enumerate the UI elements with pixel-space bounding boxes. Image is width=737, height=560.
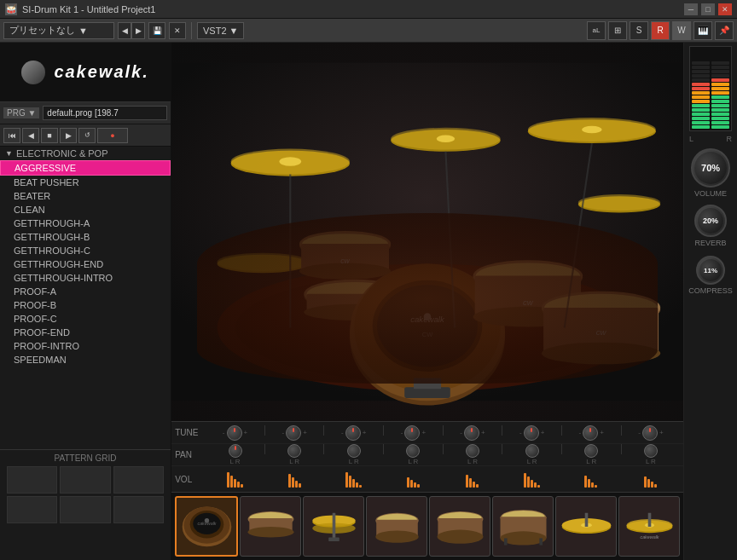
tune-knob-4[interactable] <box>404 425 420 441</box>
drum-thumb-kick[interactable]: cakewalk <box>175 496 238 557</box>
pattern-cell-5[interactable] <box>60 496 110 523</box>
close-button[interactable]: ✕ <box>718 3 732 15</box>
main-toolbar: プリセットなし ▼ ◀ ▶ 💾 ✕ VST2 ▼ aL ⊞ S R W 🎹 📌 <box>0 19 737 43</box>
preset-item-proof-b[interactable]: PROOF-B <box>0 298 171 312</box>
pan-knob-1[interactable] <box>229 444 242 458</box>
preset-item-aggressive[interactable]: AGGRESSIVE <box>0 160 171 176</box>
drum-thumb-snare[interactable] <box>240 496 301 557</box>
drum-thumb-tom1[interactable] <box>366 496 427 557</box>
pan-knob-8[interactable] <box>644 444 658 458</box>
preset-item-proof-end[interactable]: PROOF-END <box>0 326 171 339</box>
pan-knob-4[interactable] <box>406 444 420 458</box>
drum-thumb-hihat[interactable] <box>303 496 364 557</box>
drum-thumb-tom2[interactable] <box>429 496 490 557</box>
stop-button[interactable]: ■ <box>41 128 58 143</box>
loop-button[interactable]: ↺ <box>78 128 96 143</box>
vol-bar-group-4[interactable] <box>384 471 444 488</box>
tune-knob-6[interactable] <box>524 425 539 441</box>
vol-bar-group-5[interactable] <box>443 471 502 488</box>
record-button[interactable]: R <box>651 21 670 40</box>
tune-knob-5[interactable] <box>464 425 479 441</box>
preset-item-clean[interactable]: CLEAN <box>0 203 171 216</box>
tune-knob-1[interactable] <box>227 425 242 441</box>
nav-next-button[interactable]: ▶ <box>131 22 145 39</box>
preset-item-beat-pusher[interactable]: BEAT PUSHER <box>0 176 171 189</box>
preset-item-beater[interactable]: BEATER <box>0 189 171 203</box>
vol-bar-group-8[interactable] <box>621 471 681 488</box>
preset-item-getthrough-a[interactable]: GETTHROUGH-A <box>0 216 171 230</box>
preset-bar: PRG ▼ default.prog [198.7 <box>0 102 171 124</box>
preset-group-header[interactable]: ▼ ELECTRONIC & POP <box>0 147 171 160</box>
preset-item-proof-c[interactable]: PROOF-C <box>0 312 171 326</box>
solo-button[interactable]: S <box>630 21 648 40</box>
cymbal2-image: cakewalk <box>623 499 676 552</box>
tune-knob-2[interactable] <box>286 425 301 441</box>
logo-text: cakewalk. <box>54 62 148 82</box>
preset-item-getthrough-end[interactable]: GETTHROUGH-END <box>0 257 171 271</box>
app-icon: 🥁 <box>5 3 17 15</box>
tune-knob-7[interactable] <box>583 425 598 441</box>
svg-point-10 <box>437 135 455 142</box>
pattern-cell-6[interactable] <box>113 496 164 523</box>
pattern-cell-2[interactable] <box>60 466 110 494</box>
svg-point-70 <box>375 530 418 542</box>
vol-bar-group-7[interactable] <box>561 471 621 488</box>
activity-log-button[interactable]: aL <box>587 21 606 40</box>
compress-label: COMPRESS <box>688 286 733 295</box>
drum-thumb-cymbal2[interactable]: cakewalk <box>618 496 680 557</box>
pan-knob-5[interactable] <box>466 444 479 458</box>
floor-tom-svg <box>496 503 550 550</box>
vol-bar-group-2[interactable] <box>265 471 325 488</box>
pattern-grid: PATTERN GRID <box>0 449 171 560</box>
pattern-cell-1[interactable] <box>7 466 57 494</box>
pattern-cell-3[interactable] <box>113 466 164 494</box>
vol-row: VOL <box>171 466 683 492</box>
drum-thumbnails: cakewalk <box>171 492 683 560</box>
pan-knob-group-8: LR <box>622 444 681 465</box>
prev-button[interactable]: ◀ <box>22 128 39 143</box>
save-preset-button[interactable]: 💾 <box>148 22 165 39</box>
pattern-cell-4[interactable] <box>7 496 57 523</box>
vol-bar-group-6[interactable] <box>502 471 562 488</box>
maximize-button[interactable]: □ <box>701 3 715 15</box>
keyboard-grid-button[interactable]: ⊞ <box>608 21 627 40</box>
pan-knob-6[interactable] <box>525 444 539 458</box>
vol-bar-group-3[interactable] <box>324 471 384 488</box>
drum-rug <box>197 213 658 384</box>
drum-thumb-cymbal1[interactable] <box>555 496 617 557</box>
pin-button[interactable]: 📌 <box>715 21 734 40</box>
delete-preset-button[interactable]: ✕ <box>169 22 186 39</box>
tune-knob-8[interactable] <box>642 425 658 441</box>
play-button[interactable]: ▶ <box>60 128 77 143</box>
pan-knob-7[interactable] <box>584 444 598 458</box>
vst-menu[interactable]: VST2 ▼ <box>197 22 244 39</box>
drum-stage: cakewalk CW cw cw <box>171 43 683 421</box>
drum-thumb-floor-tom[interactable] <box>492 496 554 557</box>
write-button[interactable]: W <box>672 21 691 40</box>
compress-knob[interactable]: 11% <box>696 256 725 285</box>
volume-knob[interactable]: 70% <box>691 148 730 188</box>
preset-item-speedman[interactable]: SPEEDMAN <box>0 353 171 367</box>
preset-item-getthrough-intro[interactable]: GETTHROUGH-INTRO <box>0 271 171 285</box>
record-transport-button[interactable]: ● <box>97 128 128 143</box>
preset-item-proof-intro[interactable]: PROOF-INTRO <box>0 339 171 353</box>
vol-bar-group-1[interactable] <box>206 471 265 488</box>
svg-rect-65 <box>332 513 335 540</box>
pan-knob-3[interactable] <box>347 444 361 458</box>
reverb-knob[interactable]: 20% <box>694 205 727 237</box>
nav-prev-button[interactable]: ◀ <box>118 22 131 39</box>
svg-point-15 <box>578 194 660 211</box>
preset-item-getthrough-b[interactable]: GETTHROUGH-B <box>0 230 171 244</box>
pan-knob-2[interactable] <box>287 444 301 458</box>
preset-dropdown[interactable]: プリセットなし ▼ <box>3 22 114 39</box>
dropdown-arrow-icon: ▼ <box>78 26 88 36</box>
rewind-button[interactable]: ⏮ <box>3 128 20 143</box>
tune-knob-3[interactable] <box>345 425 361 441</box>
piano-button[interactable]: 🎹 <box>693 21 712 40</box>
preset-item-proof-a[interactable]: PROOF-A <box>0 285 171 298</box>
minimize-button[interactable]: ─ <box>684 3 698 15</box>
preset-item-getthrough-c[interactable]: GETTHROUGH-C <box>0 244 171 257</box>
volume-knob-inner: 70% <box>694 152 727 184</box>
prg-dropdown[interactable]: PRG ▼ <box>3 107 39 118</box>
compress-value: 11% <box>704 267 717 274</box>
